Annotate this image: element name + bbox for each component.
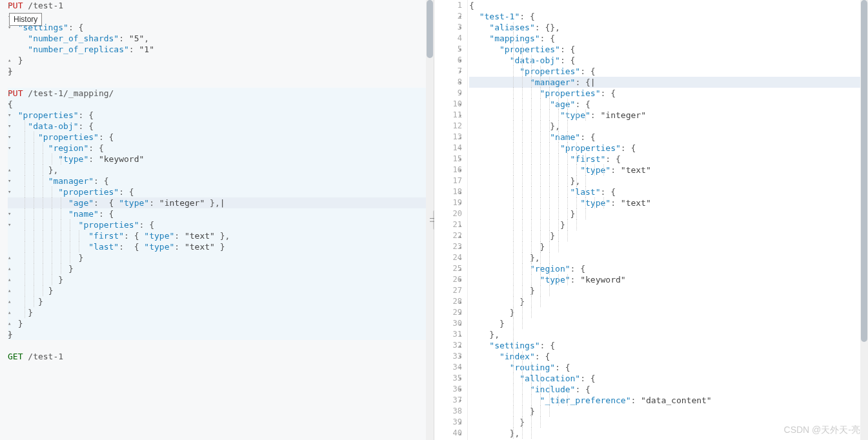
code-line[interactable]: "last": { "type": "text" } xyxy=(8,241,434,252)
code-line[interactable]: ▴ } xyxy=(8,252,434,263)
code-line: } xyxy=(469,208,868,219)
gutter-line: 6 ▾ xyxy=(434,55,462,66)
fold-toggle[interactable]: ▴ xyxy=(8,274,14,285)
gutter-line: 34 ▾ xyxy=(434,362,462,373)
fold-toggle[interactable]: ▾ xyxy=(8,99,14,110)
code-line: "type": "text" xyxy=(469,197,868,208)
fold-toggle[interactable]: ▾ xyxy=(8,88,14,99)
code-line[interactable]: ▴ } xyxy=(8,318,434,329)
code-line[interactable]: ▾ "data-obj": { xyxy=(8,121,434,132)
code-line[interactable]: ▾ "settings": { xyxy=(8,22,434,33)
fold-toggle[interactable]: ▴ xyxy=(8,329,14,340)
code-line: "mappings": { xyxy=(469,33,868,44)
fold-toggle[interactable]: ▾ xyxy=(8,186,14,197)
code-line[interactable]: ▾{ xyxy=(8,99,434,110)
code-line[interactable]: ▾ "manager": { xyxy=(8,175,434,186)
scrollbar-thumb[interactable] xyxy=(861,0,867,342)
fold-toggle[interactable]: ▾ xyxy=(8,143,14,154)
gutter-line: 8 ▾ xyxy=(434,77,462,88)
code-line[interactable]: "first": { "type": "text" }, xyxy=(8,230,434,241)
code-line[interactable]: ▴ } xyxy=(8,285,434,296)
code-line: "last": { xyxy=(469,186,868,197)
gutter-line: 10 ▾ xyxy=(434,99,462,110)
fold-toggle[interactable]: ▴ xyxy=(8,296,14,307)
fold-toggle[interactable]: ▾ xyxy=(8,208,14,219)
fold-toggle[interactable]: ▴ xyxy=(8,318,14,329)
code-line[interactable]: ▴ } xyxy=(8,296,434,307)
fold-toggle[interactable]: ▴ xyxy=(8,263,14,274)
request-code-area[interactable]: ▾PUT /test-1{▾ "settings": { "number_of_… xyxy=(0,0,434,362)
request-line[interactable]: GET /test-1 xyxy=(8,351,434,362)
code-line: "type": "keyword" xyxy=(469,274,868,285)
request-editor-pane[interactable]: History ▾PUT /test-1{▾ "settings": { "nu… xyxy=(0,0,434,440)
code-line[interactable]: "number_of_replicas": "1" xyxy=(8,44,434,55)
fold-toggle[interactable]: ▾ xyxy=(8,219,14,230)
code-line[interactable]: ▴ } xyxy=(8,274,434,285)
fold-toggle[interactable]: ▴ xyxy=(8,252,14,263)
code-line: "aliases": {}, xyxy=(469,22,868,33)
code-line[interactable]: ▾ "properties": { xyxy=(8,110,434,121)
gutter-line: 14 ▾ xyxy=(434,143,462,154)
fold-toggle[interactable]: ▴ xyxy=(8,66,14,77)
code-line[interactable]: ▴ } xyxy=(8,55,434,66)
code-line: } xyxy=(469,307,868,318)
gutter-line: 20 ▴ xyxy=(434,208,462,219)
response-pane[interactable]: 1 ▾2 ▾3 4 ▾5 ▾6 ▾7 ▾8 ▾9 ▾10 ▾11 12 ▴13 … xyxy=(434,0,868,440)
gutter-line: 33 ▾ xyxy=(434,351,462,362)
gutter-line: 31 ▴ xyxy=(434,329,462,340)
code-line[interactable]: ▴ }, xyxy=(8,165,434,175)
gutter-line: 39 ▴ xyxy=(434,417,462,428)
gutter-line: 25 ▾ xyxy=(434,263,462,274)
code-line[interactable]: ▴} xyxy=(8,66,434,77)
code-line[interactable]: ▾ "properties": { xyxy=(8,132,434,143)
code-line[interactable]: ▾ "properties": { xyxy=(8,219,434,230)
fold-toggle[interactable]: ▾ xyxy=(8,110,14,121)
code-line: } xyxy=(469,318,868,329)
code-line[interactable]: { xyxy=(8,11,434,22)
code-line: } xyxy=(469,406,868,417)
fold-toggle[interactable]: ▾ xyxy=(8,121,14,132)
history-tooltip: History xyxy=(9,13,42,26)
right-scrollbar[interactable] xyxy=(860,0,868,440)
code-line: }, xyxy=(469,252,868,263)
code-line[interactable]: ▴ } xyxy=(8,263,434,274)
code-line: "test-1": { xyxy=(469,11,868,22)
gutter-line: 4 ▾ xyxy=(434,33,462,44)
fold-toggle[interactable]: ▴ xyxy=(8,165,14,175)
code-line[interactable]: ▴ } xyxy=(8,307,434,318)
code-line: }, xyxy=(469,329,868,340)
fold-toggle[interactable]: ▴ xyxy=(8,307,14,318)
code-line[interactable]: ▾ "name": { xyxy=(8,208,434,219)
code-line[interactable]: "number_of_shards": "5", xyxy=(8,33,434,44)
gutter-line: 12 ▴ xyxy=(434,121,462,132)
request-line[interactable]: ▾PUT /test-1 xyxy=(8,0,434,11)
code-line: "type": "text" xyxy=(469,165,868,175)
gutter-line: 32 ▾ xyxy=(434,340,462,351)
watermark: CSDN @天外天-亮 xyxy=(784,425,860,436)
code-line: { xyxy=(469,0,868,11)
gutter-line: 29 ▴ xyxy=(434,307,462,318)
gutter-line: 36 ▾ xyxy=(434,384,462,395)
gutter-line: 24 ▴ xyxy=(434,252,462,263)
code-line[interactable]: "age": { "type": "integer" },| xyxy=(8,197,434,208)
fold-toggle[interactable]: ▾ xyxy=(8,175,14,186)
fold-toggle[interactable]: ▴ xyxy=(8,55,14,66)
fold-toggle[interactable]: ▾ xyxy=(8,132,14,143)
code-line[interactable]: "type": "keyword" xyxy=(8,154,434,165)
gutter-line: 37 xyxy=(434,395,462,406)
gutter-line: 35 ▾ xyxy=(434,373,462,384)
fold-toggle[interactable]: ▴ xyxy=(8,285,14,296)
gutter-line: 19 xyxy=(434,197,462,208)
code-line: } xyxy=(469,241,868,252)
gutter-line: 30 ▴ xyxy=(434,318,462,329)
fold-toggle[interactable]: ▾ xyxy=(8,0,14,11)
code-line[interactable]: ▾ "region": { xyxy=(8,143,434,154)
request-line-active[interactable]: ▾PUT /test-1/_mapping/▶🔧 xyxy=(8,88,434,99)
code-line[interactable]: ▴} xyxy=(8,329,434,340)
code-line[interactable]: ▾ "properties": { xyxy=(8,186,434,197)
gutter-line: 28 ▴ xyxy=(434,296,462,307)
code-line: "properties": { xyxy=(469,88,868,99)
response-code-area: { "test-1": { "aliases": {}, "mappings":… xyxy=(434,0,868,439)
code-line: "manager": {| xyxy=(469,77,868,88)
gutter-line: 7 ▾ xyxy=(434,66,462,77)
